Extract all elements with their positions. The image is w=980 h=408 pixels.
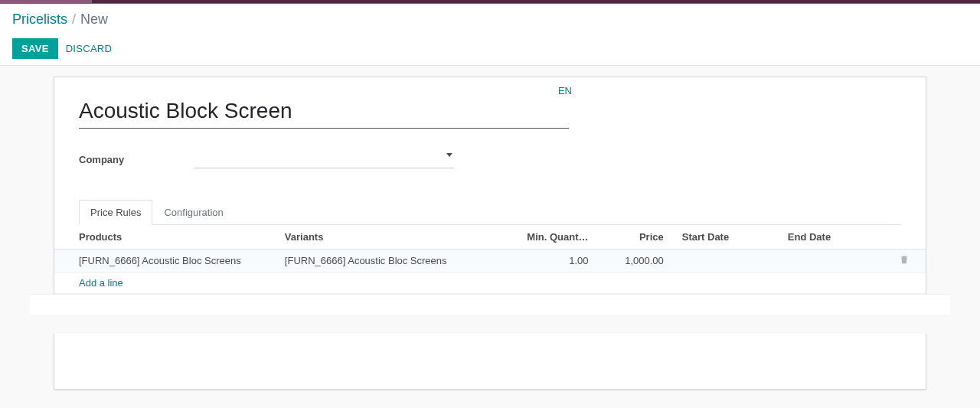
- cell-start-date[interactable]: [668, 250, 783, 273]
- breadcrumb-root-link[interactable]: Pricelists: [12, 11, 67, 28]
- discard-button[interactable]: DISCARD: [66, 43, 113, 54]
- col-actions: [894, 225, 926, 250]
- tab-bar: Price Rules Configuration: [79, 199, 901, 225]
- name-input[interactable]: [79, 96, 569, 129]
- title-wrap: EN: [79, 96, 569, 129]
- breadcrumb-current: New: [80, 11, 108, 28]
- form-sheet: EN Company Price Rules Configuration Pro…: [54, 77, 926, 390]
- add-line-row: Add a line: [54, 273, 926, 294]
- cell-price[interactable]: 1,000.00: [593, 250, 668, 273]
- translate-button[interactable]: EN: [558, 85, 572, 96]
- tab-configuration[interactable]: Configuration: [152, 200, 234, 225]
- company-label: Company: [79, 154, 194, 165]
- cell-end-date[interactable]: [783, 250, 894, 273]
- chevron-down-icon[interactable]: [446, 153, 452, 157]
- col-variants[interactable]: Variants: [280, 225, 502, 250]
- cell-product[interactable]: [FURN_6666] Acoustic Bloc Screens: [54, 250, 280, 273]
- col-min-qty[interactable]: Min. Quant…: [502, 225, 593, 250]
- breadcrumb-separator: /: [72, 11, 76, 28]
- company-field: Company: [79, 150, 901, 168]
- table-row[interactable]: [FURN_6666] Acoustic Bloc Screens [FURN_…: [54, 250, 926, 273]
- table-filler: [30, 294, 950, 334]
- col-end-date[interactable]: End Date: [783, 225, 894, 250]
- form-buttons: SAVE DISCARD: [12, 38, 968, 59]
- tab-price-rules[interactable]: Price Rules: [79, 200, 152, 225]
- content-area: EN Company Price Rules Configuration Pro…: [0, 66, 980, 400]
- breadcrumb: Pricelists / New: [12, 11, 968, 28]
- col-products[interactable]: Products: [54, 225, 280, 250]
- company-input[interactable]: [194, 150, 454, 168]
- col-start-date[interactable]: Start Date: [668, 225, 783, 250]
- control-panel: Pricelists / New SAVE DISCARD: [0, 4, 980, 66]
- save-button[interactable]: SAVE: [12, 38, 58, 59]
- add-line-link[interactable]: Add a line: [54, 273, 926, 294]
- price-rules-table-wrap: Products Variants Min. Quant… Price Star…: [54, 225, 926, 334]
- cell-delete: [894, 250, 926, 273]
- trash-icon[interactable]: [899, 254, 910, 265]
- col-price[interactable]: Price: [593, 225, 668, 250]
- cell-variant[interactable]: [FURN_6666] Acoustic Bloc Screens: [280, 250, 502, 273]
- price-rules-table: Products Variants Min. Quant… Price Star…: [54, 225, 926, 294]
- cell-min-qty[interactable]: 1.00: [502, 250, 593, 273]
- company-input-wrap: [194, 150, 454, 168]
